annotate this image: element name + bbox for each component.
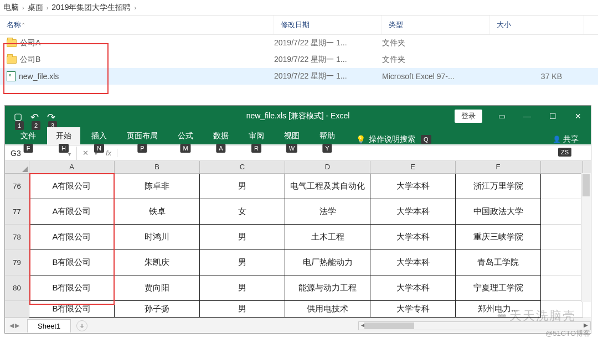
close-icon[interactable] bbox=[565, 106, 591, 127]
cell[interactable]: 男 bbox=[200, 301, 285, 318]
cell[interactable]: 大学本科 bbox=[370, 250, 456, 275]
vertical-scrollbar[interactable] bbox=[581, 173, 591, 302]
cell[interactable] bbox=[541, 199, 583, 225]
tab-data[interactable]: 数据A bbox=[204, 127, 238, 144]
tab-formula[interactable]: 公式M bbox=[169, 127, 202, 144]
cell[interactable]: A有限公司 bbox=[29, 174, 115, 199]
list-item[interactable]: 公司B 2019/7/22 星期一 1... 文件夹 bbox=[0, 51, 598, 68]
tab-layout[interactable]: 页面布局P bbox=[118, 127, 167, 144]
col-name[interactable]: 名称⌃ bbox=[0, 15, 274, 34]
breadcrumb-seg[interactable]: 电脑 bbox=[3, 3, 19, 13]
scroll-thumb[interactable] bbox=[364, 323, 414, 329]
cell[interactable] bbox=[541, 301, 583, 318]
cell[interactable]: 孙子扬 bbox=[115, 301, 200, 318]
title-bar[interactable]: 1 2 3 new_file.xls [兼容模式] - Excel 登录 bbox=[5, 106, 591, 127]
tab-file[interactable]: 文件F bbox=[12, 127, 45, 144]
cell[interactable] bbox=[541, 275, 583, 301]
cell[interactable]: 铁卓 bbox=[115, 199, 200, 225]
cell[interactable]: 女 bbox=[200, 199, 285, 225]
row-header[interactable]: 76 bbox=[5, 174, 29, 199]
col-date[interactable]: 修改日期 bbox=[274, 15, 382, 34]
cell[interactable]: 供用电技术 bbox=[285, 301, 370, 318]
cell[interactable]: A有限公司 bbox=[29, 225, 115, 250]
share-button[interactable]: 共享ZS bbox=[553, 134, 579, 144]
row-header[interactable]: 77 bbox=[5, 199, 29, 225]
col-header[interactable]: E bbox=[370, 161, 456, 173]
scroll-thumb[interactable] bbox=[582, 174, 590, 196]
tab-home[interactable]: 开始H bbox=[47, 127, 80, 144]
cell[interactable]: 朱凯庆 bbox=[115, 250, 200, 275]
cell[interactable]: 男 bbox=[200, 225, 285, 250]
tab-view[interactable]: 视图W bbox=[275, 127, 308, 144]
cell[interactable] bbox=[541, 174, 583, 199]
minimize-icon[interactable] bbox=[514, 106, 540, 127]
column-headers: 名称⌃ 修改日期 类型 大小 bbox=[0, 15, 598, 35]
col-header[interactable]: D bbox=[285, 161, 370, 173]
cell[interactable]: 宁夏理工学院 bbox=[456, 275, 541, 301]
cell[interactable]: 大学专科 bbox=[370, 301, 456, 318]
cell[interactable]: 大学本科 bbox=[370, 275, 456, 301]
breadcrumb-seg[interactable]: 桌面 bbox=[28, 3, 43, 13]
cell[interactable]: 大学本科 bbox=[370, 174, 456, 199]
cell[interactable]: 电厂热能动力 bbox=[285, 250, 370, 275]
cancel-icon[interactable] bbox=[83, 149, 89, 157]
horizontal-scrollbar[interactable]: ◀ ▶ bbox=[358, 321, 591, 330]
cell[interactable]: 男 bbox=[200, 275, 285, 301]
ribbon-display-icon[interactable] bbox=[489, 106, 514, 127]
tell-me-search[interactable]: 操作说明搜索Q bbox=[356, 134, 431, 144]
tab-insert[interactable]: 插入N bbox=[83, 127, 116, 144]
save-icon[interactable]: 1 bbox=[14, 111, 24, 121]
redo-icon[interactable]: 3 bbox=[47, 111, 57, 121]
cell[interactable]: 男 bbox=[200, 174, 285, 199]
row-header[interactable] bbox=[5, 301, 29, 318]
add-sheet-button[interactable]: + bbox=[76, 320, 87, 331]
cell[interactable]: 土木工程 bbox=[285, 225, 370, 250]
cell[interactable]: 重庆三峡学院 bbox=[456, 225, 541, 250]
cell[interactable]: 中国政法大学 bbox=[456, 199, 541, 225]
cell[interactable]: 大学本科 bbox=[370, 199, 456, 225]
cell[interactable]: 男 bbox=[200, 250, 285, 275]
nav-next-icon: ▶ bbox=[15, 322, 19, 329]
fx-icon[interactable]: fx bbox=[106, 149, 111, 157]
cell[interactable]: 青岛工学院 bbox=[456, 250, 541, 275]
cell[interactable]: B有限公司 bbox=[29, 301, 115, 318]
cell[interactable] bbox=[541, 250, 583, 275]
cell[interactable]: B有限公司 bbox=[29, 275, 115, 301]
cell[interactable]: A有限公司 bbox=[29, 199, 115, 225]
cell[interactable]: 浙江万里学院 bbox=[456, 174, 541, 199]
cell[interactable]: 时鸿川 bbox=[115, 225, 200, 250]
cell[interactable]: 法学 bbox=[285, 199, 370, 225]
cell[interactable]: 电气工程及其自动化 bbox=[285, 174, 370, 199]
col-header[interactable]: A bbox=[29, 161, 115, 173]
list-item[interactable]: new_file.xls 2019/7/22 星期一 1... Microsof… bbox=[0, 68, 598, 85]
cell[interactable]: 大学本科 bbox=[370, 225, 456, 250]
sheet-tab-bar: ◀▶ Sheet1 + ◀ ▶ bbox=[5, 318, 591, 333]
list-item[interactable]: 公司A 2019/7/22 星期一 1... 文件夹 bbox=[0, 35, 598, 51]
tab-help[interactable]: 帮助Y bbox=[311, 127, 344, 144]
login-button[interactable]: 登录 bbox=[455, 110, 482, 123]
row-header[interactable]: 79 bbox=[5, 250, 29, 275]
tab-review[interactable]: 审阅R bbox=[240, 127, 273, 144]
cell[interactable]: B有限公司 bbox=[29, 250, 115, 275]
sheet-tab[interactable]: Sheet1 bbox=[27, 319, 71, 332]
cell[interactable] bbox=[541, 225, 583, 250]
nav-prev-icon: ◀ bbox=[9, 322, 14, 329]
col-header[interactable] bbox=[541, 161, 583, 173]
maximize-icon[interactable] bbox=[540, 106, 565, 127]
col-size[interactable]: 大小 bbox=[490, 15, 584, 34]
col-header[interactable]: C bbox=[200, 161, 285, 173]
breadcrumb[interactable]: 电脑 › 桌面 › 2019年集团大学生招聘 › bbox=[0, 0, 598, 15]
col-type[interactable]: 类型 bbox=[382, 15, 490, 34]
undo-icon[interactable]: 2 bbox=[30, 111, 40, 121]
breadcrumb-seg[interactable]: 2019年集团大学生招聘 bbox=[51, 3, 131, 13]
cell[interactable]: 陈卓非 bbox=[115, 174, 200, 199]
col-header[interactable]: F bbox=[456, 161, 541, 173]
cell[interactable]: 能源与动力工程 bbox=[285, 275, 370, 301]
cell[interactable]: 郑州电力... bbox=[456, 301, 541, 318]
row-header[interactable]: 78 bbox=[5, 225, 29, 250]
col-header[interactable]: B bbox=[115, 161, 200, 173]
sheet-nav[interactable]: ◀▶ bbox=[5, 322, 24, 329]
cell[interactable]: 贾向阳 bbox=[115, 275, 200, 301]
row-header[interactable]: 80 bbox=[5, 275, 29, 301]
select-all-corner[interactable] bbox=[5, 161, 29, 173]
